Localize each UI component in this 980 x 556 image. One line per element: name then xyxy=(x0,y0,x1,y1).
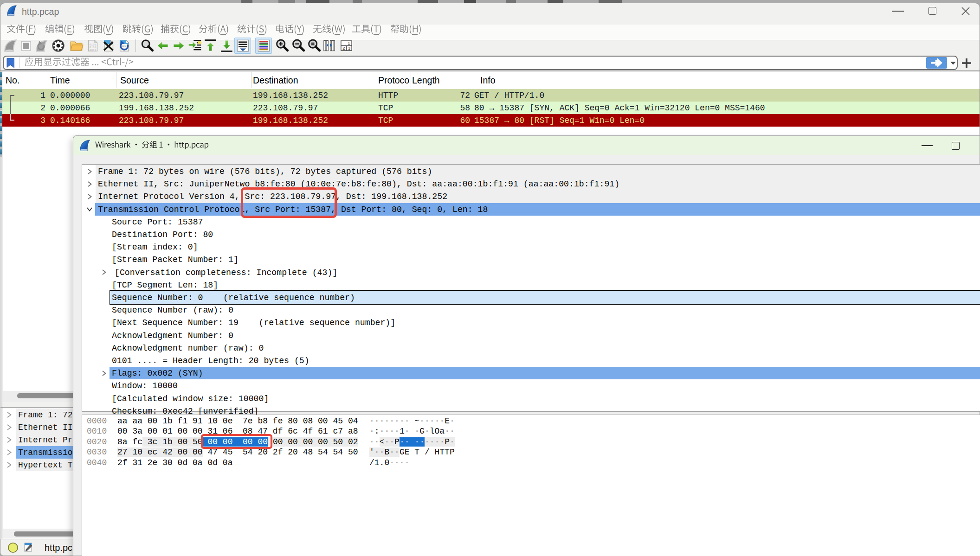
svg-text:3: 3 xyxy=(348,45,350,51)
svg-text:0011: 0011 xyxy=(89,48,96,51)
svg-text:1: 1 xyxy=(348,40,350,45)
svg-text:2: 2 xyxy=(342,45,345,51)
